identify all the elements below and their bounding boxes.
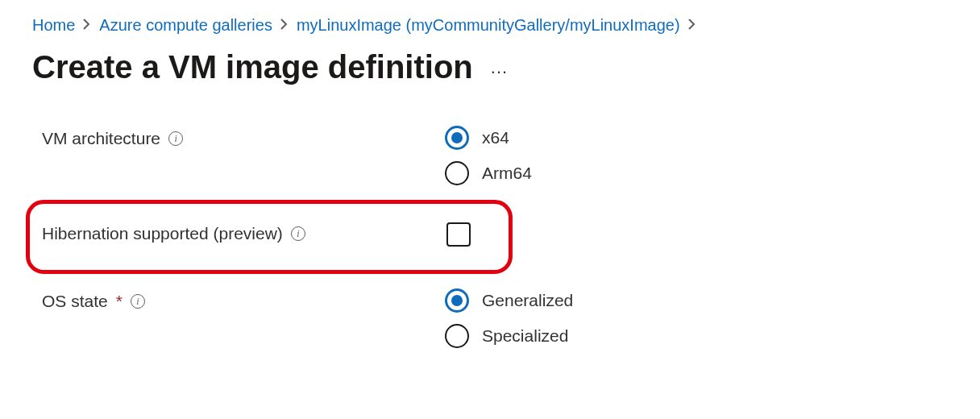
more-actions-icon[interactable]: ··· (491, 53, 508, 82)
radio-arm64[interactable]: Arm64 (445, 161, 532, 185)
breadcrumb-galleries[interactable]: Azure compute galleries (99, 16, 272, 35)
radio-label-x64: x64 (482, 128, 509, 147)
radio-x64[interactable]: x64 (445, 126, 532, 150)
breadcrumb-current[interactable]: myLinuxImage (myCommunityGallery/myLinux… (297, 16, 680, 35)
radio-checked-icon (445, 288, 469, 313)
row-hibernation: Hibernation supported (preview) i (42, 221, 948, 247)
info-icon[interactable]: i (291, 226, 305, 241)
label-vm-architecture: VM architecture (42, 129, 160, 148)
radio-generalized[interactable]: Generalized (445, 288, 573, 313)
radio-checked-icon (445, 126, 469, 150)
radio-label-generalized: Generalized (482, 291, 573, 310)
breadcrumb: Home Azure compute galleries myLinuxImag… (32, 16, 948, 35)
page-title-row: Create a VM image definition ··· (32, 49, 948, 85)
radio-specialized[interactable]: Specialized (445, 324, 573, 348)
info-icon[interactable]: i (168, 131, 183, 146)
radio-unchecked-icon (445, 161, 469, 185)
label-os-state: OS state (42, 292, 108, 311)
radio-unchecked-icon (445, 324, 469, 348)
radio-label-arm64: Arm64 (482, 164, 532, 183)
row-vm-architecture: VM architecture i x64 Arm64 (42, 126, 948, 185)
required-asterisk: * (116, 292, 122, 311)
chevron-right-icon (83, 19, 91, 32)
page-title: Create a VM image definition (32, 49, 473, 85)
chevron-right-icon (280, 19, 289, 32)
checkbox-hibernation[interactable] (446, 222, 471, 247)
chevron-right-icon (688, 19, 696, 32)
info-icon[interactable]: i (131, 294, 145, 309)
row-os-state: OS state * i Generalized Specialized (42, 288, 948, 348)
radio-label-specialized: Specialized (482, 326, 568, 346)
label-hibernation: Hibernation supported (preview) (42, 224, 283, 243)
breadcrumb-home[interactable]: Home (32, 16, 75, 35)
